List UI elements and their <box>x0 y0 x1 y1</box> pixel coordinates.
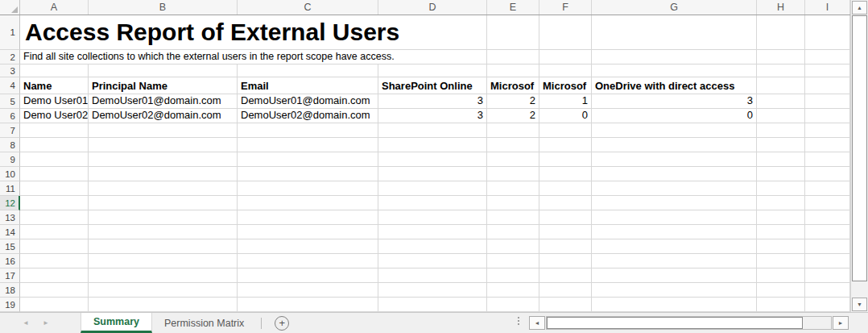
cell-E11[interactable] <box>487 181 539 196</box>
cell-F11[interactable] <box>539 181 592 196</box>
cell-A19[interactable] <box>20 298 89 312</box>
cell-H13[interactable] <box>757 210 805 225</box>
add-sheet-button[interactable]: + <box>275 316 289 331</box>
cell-H10[interactable] <box>757 167 805 181</box>
horizontal-scroll-thumb[interactable] <box>547 317 803 329</box>
cell-G17[interactable] <box>592 268 757 283</box>
cell-D6[interactable]: 3 <box>378 109 487 123</box>
vertical-scroll-track[interactable] <box>852 15 867 297</box>
cell-A12[interactable] <box>20 196 89 210</box>
cell-C19[interactable] <box>238 298 378 312</box>
row-header-15[interactable]: 15 <box>0 239 20 254</box>
cell-I12[interactable] <box>805 196 850 210</box>
cell-G16[interactable] <box>592 254 757 268</box>
cell-C5[interactable]: DemoUser01@domain.com <box>238 94 378 109</box>
cell-I16[interactable] <box>805 254 850 268</box>
cell-B13[interactable] <box>89 210 238 225</box>
cell-I19[interactable] <box>805 298 850 312</box>
cell-D15[interactable] <box>378 239 487 254</box>
cell-A3[interactable] <box>20 65 89 77</box>
cell-E9[interactable] <box>487 152 539 167</box>
cell-H8[interactable] <box>757 138 805 152</box>
select-all-button[interactable] <box>0 0 20 15</box>
cell-B8[interactable] <box>89 138 238 152</box>
cell-F3[interactable] <box>539 65 592 77</box>
column-header-H[interactable]: H <box>757 0 805 15</box>
row-header-10[interactable]: 10 <box>0 167 20 181</box>
cell-F16[interactable] <box>539 254 592 268</box>
cell-F17[interactable] <box>539 268 592 283</box>
cell-G13[interactable] <box>592 210 757 225</box>
cell-F13[interactable] <box>539 210 592 225</box>
cell-I13[interactable] <box>805 210 850 225</box>
cell-F9[interactable] <box>539 152 592 167</box>
cell-I4[interactable] <box>805 77 850 94</box>
row-header-2[interactable]: 2 <box>0 50 20 65</box>
cell-G18[interactable] <box>592 283 757 298</box>
sheet-nav-prev-icon[interactable]: ◄ <box>23 319 29 327</box>
cell-D16[interactable] <box>378 254 487 268</box>
scroll-left-button[interactable]: ◄ <box>529 316 545 330</box>
cell-E8[interactable] <box>487 138 539 152</box>
cell-F4[interactable]: Microsof <box>539 77 592 94</box>
cell-C8[interactable] <box>238 138 378 152</box>
cell-I18[interactable] <box>805 283 850 298</box>
cell-H2[interactable] <box>757 50 805 65</box>
cell-C10[interactable] <box>238 167 378 181</box>
cell-A2[interactable]: Find all site collections to which the e… <box>20 50 487 65</box>
cell-I8[interactable] <box>805 138 850 152</box>
row-header-19[interactable]: 19 <box>0 298 20 312</box>
cell-A7[interactable] <box>20 123 89 138</box>
cell-C3[interactable] <box>238 65 378 77</box>
row-header-4[interactable]: 4 <box>0 77 20 94</box>
cell-D13[interactable] <box>378 210 487 225</box>
cell-A10[interactable] <box>20 167 89 181</box>
cell-H17[interactable] <box>757 268 805 283</box>
cell-G3[interactable] <box>592 65 757 77</box>
cell-C13[interactable] <box>238 210 378 225</box>
row-header-5[interactable]: 5 <box>0 94 20 109</box>
column-header-C[interactable]: C <box>238 0 378 15</box>
cell-B11[interactable] <box>89 181 238 196</box>
column-header-G[interactable]: G <box>592 0 757 15</box>
cell-C4[interactable]: Email <box>238 77 378 94</box>
cell-F5[interactable]: 1 <box>539 94 592 109</box>
row-header-7[interactable]: 7 <box>0 123 20 138</box>
column-header-A[interactable]: A <box>20 0 89 15</box>
cell-G8[interactable] <box>592 138 757 152</box>
cell-G11[interactable] <box>592 181 757 196</box>
cell-B10[interactable] <box>89 167 238 181</box>
cell-B6[interactable]: DemoUser02@domain.com <box>89 109 238 123</box>
cell-F7[interactable] <box>539 123 592 138</box>
cell-A17[interactable] <box>20 268 89 283</box>
column-header-D[interactable]: D <box>378 0 487 15</box>
cell-G1[interactable] <box>592 15 757 50</box>
cell-D5[interactable]: 3 <box>378 94 487 109</box>
cell-I1[interactable] <box>805 15 850 50</box>
cell-E13[interactable] <box>487 210 539 225</box>
cell-A8[interactable] <box>20 138 89 152</box>
sheet-nav-next-icon[interactable]: ► <box>43 319 49 327</box>
cell-G15[interactable] <box>592 239 757 254</box>
row-header-8[interactable]: 8 <box>0 138 20 152</box>
cell-G9[interactable] <box>592 152 757 167</box>
cell-B15[interactable] <box>89 239 238 254</box>
cell-B14[interactable] <box>89 225 238 239</box>
cell-F15[interactable] <box>539 239 592 254</box>
cell-C7[interactable] <box>238 123 378 138</box>
cell-I3[interactable] <box>805 65 850 77</box>
cell-H9[interactable] <box>757 152 805 167</box>
cell-F8[interactable] <box>539 138 592 152</box>
cell-B4[interactable]: Principal Name <box>89 77 238 94</box>
cell-C17[interactable] <box>238 268 378 283</box>
cell-I17[interactable] <box>805 268 850 283</box>
cell-A18[interactable] <box>20 283 89 298</box>
cell-E16[interactable] <box>487 254 539 268</box>
cell-E17[interactable] <box>487 268 539 283</box>
cell-I7[interactable] <box>805 123 850 138</box>
cell-G6[interactable]: 0 <box>592 109 757 123</box>
cell-D3[interactable] <box>378 65 487 77</box>
cell-H6[interactable] <box>757 109 805 123</box>
cell-I15[interactable] <box>805 239 850 254</box>
column-header-F[interactable]: F <box>539 0 592 15</box>
